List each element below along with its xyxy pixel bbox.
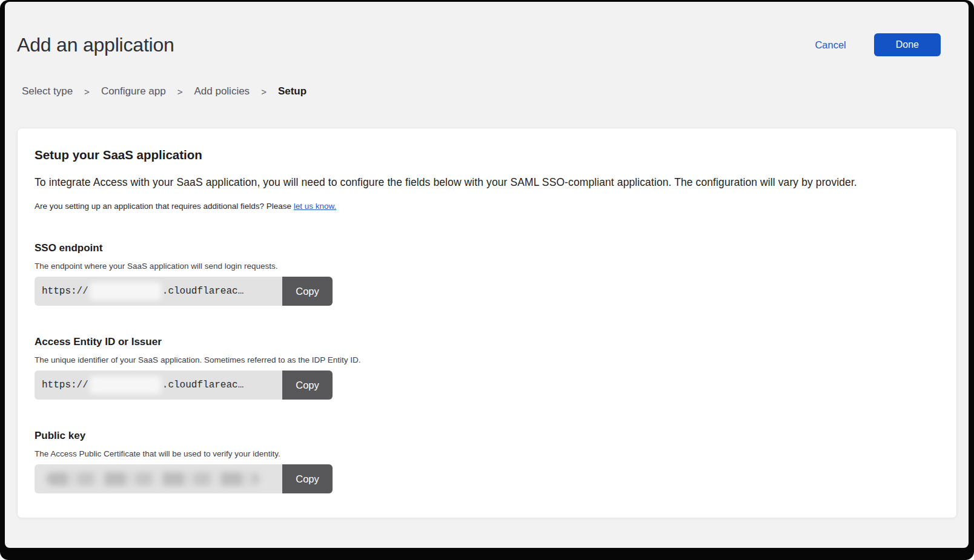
cancel-button[interactable]: Cancel xyxy=(815,39,846,51)
public-key-description: The Access Public Certificate that will … xyxy=(35,449,938,458)
breadcrumb-step-add-policies[interactable]: Add policies xyxy=(194,85,250,97)
app-page: Add an application Cancel Done Select ty… xyxy=(5,2,969,548)
breadcrumb: Select type > Configure app > Add polici… xyxy=(5,56,969,97)
access-entity-id-label: Access Entity ID or Issuer xyxy=(35,336,938,348)
redacted-blur xyxy=(90,282,161,300)
header-actions: Cancel Done xyxy=(815,33,941,56)
let-us-know-link[interactable]: let us know. xyxy=(294,202,337,211)
breadcrumb-step-configure-app[interactable]: Configure app xyxy=(101,85,166,97)
sso-endpoint-copy-button[interactable]: Copy xyxy=(282,277,333,306)
redacted-blur xyxy=(90,376,161,394)
public-key-label: Public key xyxy=(35,430,938,442)
public-key-section: Public key The Access Public Certificate… xyxy=(35,430,938,493)
access-entity-id-description: The unique identifier of your SaaS appli… xyxy=(35,355,938,364)
access-entity-id-value: https://.cloudflareac… xyxy=(35,371,282,400)
done-button[interactable]: Done xyxy=(874,33,941,56)
card-intro-text: To integrate Access with your SaaS appli… xyxy=(35,176,938,189)
note-text: Are you setting up an application that r… xyxy=(35,202,294,211)
access-entity-id-value-prefix: https:// xyxy=(42,380,88,390)
access-entity-id-field: https://.cloudflareac… Copy xyxy=(35,371,333,400)
sso-endpoint-description: The endpoint where your SaaS application… xyxy=(35,262,938,271)
breadcrumb-step-select-type[interactable]: Select type xyxy=(22,85,73,97)
card-heading: Setup your SaaS application xyxy=(35,148,938,162)
public-key-copy-button[interactable]: Copy xyxy=(282,464,333,493)
public-key-field: Copy xyxy=(35,464,333,493)
card-note: Are you setting up an application that r… xyxy=(35,202,938,211)
breadcrumb-separator: > xyxy=(177,87,183,97)
sso-endpoint-section: SSO endpoint The endpoint where your Saa… xyxy=(35,242,938,306)
breadcrumb-separator: > xyxy=(84,87,90,97)
sso-endpoint-value: https://.cloudflareac… xyxy=(35,277,282,306)
access-entity-id-copy-button[interactable]: Copy xyxy=(282,371,333,400)
sso-endpoint-label: SSO endpoint xyxy=(35,242,938,254)
public-key-value xyxy=(35,464,282,493)
sso-endpoint-value-suffix: .cloudflareac… xyxy=(162,286,244,297)
screenshot-frame: Add an application Cancel Done Select ty… xyxy=(0,0,974,560)
sso-endpoint-field: https://.cloudflareac… Copy xyxy=(35,277,333,306)
breadcrumb-separator: > xyxy=(261,87,267,97)
sso-endpoint-value-prefix: https:// xyxy=(42,286,88,297)
page-title: Add an application xyxy=(17,34,174,56)
redacted-blur xyxy=(47,472,260,486)
page-header: Add an application Cancel Done xyxy=(5,2,969,56)
breadcrumb-step-setup: Setup xyxy=(278,85,306,97)
access-entity-id-value-suffix: .cloudflareac… xyxy=(162,380,244,390)
access-entity-id-section: Access Entity ID or Issuer The unique id… xyxy=(35,336,938,400)
setup-card: Setup your SaaS application To integrate… xyxy=(17,128,957,518)
